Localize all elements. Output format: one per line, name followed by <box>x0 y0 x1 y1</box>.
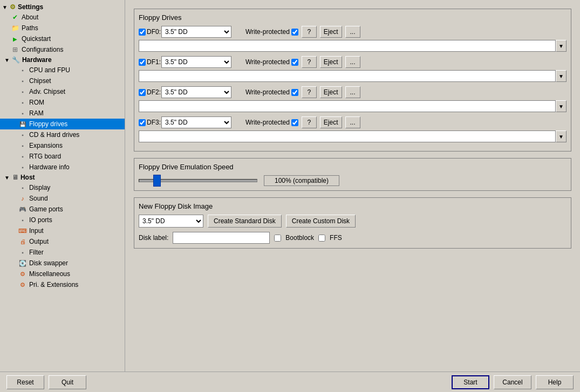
sidebar-item-output[interactable]: 🖨 Output <box>0 236 125 247</box>
df2-question-button[interactable]: ? <box>302 86 317 98</box>
sidebar-item-game-ports[interactable]: 🎮 Game ports <box>0 204 125 215</box>
create-standard-button[interactable]: Create Standard Disk <box>208 215 282 228</box>
sidebar-item-io-ports[interactable]: ▪ IO ports <box>0 215 125 225</box>
sidebar-item-sound[interactable]: ♪ Sound <box>0 193 125 204</box>
df1-eject-button[interactable]: Eject <box>320 56 342 68</box>
df1-write-checkbox[interactable] <box>291 59 298 66</box>
df2-write-label: Write-protected <box>245 88 290 96</box>
sidebar-item-hardware[interactable]: ▼ 🔧 Hardware <box>0 55 125 65</box>
df2-eject-button[interactable]: Eject <box>320 86 342 98</box>
quit-button[interactable]: Quit <box>49 375 86 389</box>
sidebar-item-quickstart[interactable]: ▶ Quickstart <box>0 33 125 44</box>
hardware-info-label: Hardware info <box>29 163 70 171</box>
disk-swapper-icon: 💽 <box>18 259 27 267</box>
df3-type-select[interactable]: 3.5" DD3.5" HD5.25" DDNone <box>161 116 231 128</box>
df2-path-input[interactable] <box>139 100 556 112</box>
df2-checkbox-label: DF2: <box>139 88 158 96</box>
sidebar-item-expansions[interactable]: ▪ Expansions <box>0 140 125 151</box>
sound-icon: ♪ <box>18 194 27 203</box>
quickstart-label: Quickstart <box>22 35 51 43</box>
df2-path-dropdown[interactable]: ▼ <box>556 100 567 112</box>
ffs-checkbox[interactable] <box>318 235 325 242</box>
filter-icon: ▪ <box>18 248 27 257</box>
df2-checkbox[interactable] <box>139 89 146 96</box>
floppy-drives-label: Floppy drives <box>29 120 67 128</box>
reset-button[interactable]: Reset <box>6 375 44 389</box>
sidebar-item-floppy-drives[interactable]: 💾 Floppy drives <box>0 119 125 129</box>
host-icon: 🖥 <box>12 174 18 181</box>
sidebar-item-host[interactable]: ▼ 🖥 Host <box>0 173 125 182</box>
cancel-button[interactable]: Cancel <box>494 375 531 389</box>
disk-image-row2: Disk label: Bootblock FFS <box>139 232 567 244</box>
game-ports-label: Game ports <box>29 205 63 213</box>
floppy-drives-title: Floppy Drives <box>139 13 567 22</box>
sidebar-item-ram[interactable]: ▪ RAM <box>0 108 125 119</box>
output-icon: 🖨 <box>18 237 27 246</box>
df3-checkbox[interactable] <box>139 119 146 126</box>
sidebar-item-rtg-board[interactable]: ▪ RTG board <box>0 151 125 162</box>
sidebar-item-display[interactable]: ▪ Display <box>0 182 125 193</box>
sidebar-item-input[interactable]: ⌨ Input <box>0 225 125 236</box>
df0-label: DF0: <box>147 28 161 36</box>
sound-label: Sound <box>29 195 48 202</box>
pri-icon: ⚙ <box>18 280 27 289</box>
df0-more-button[interactable]: ... <box>345 26 360 38</box>
sidebar-item-pri-extensions[interactable]: ⚙ Pri. & Extensions <box>0 279 125 290</box>
hardware-icon: 🔧 <box>12 56 20 64</box>
df2-type-select[interactable]: 3.5" DD3.5" HD5.25" DDNone <box>161 86 231 98</box>
df3-more-button[interactable]: ... <box>345 116 360 128</box>
create-custom-button[interactable]: Create Custom Disk <box>286 215 356 228</box>
sidebar-item-adv-chipset[interactable]: ▪ Adv. Chipset <box>0 86 125 97</box>
df1-question-button[interactable]: ? <box>302 56 317 68</box>
df3-path-input[interactable] <box>139 130 556 142</box>
df1-type-select[interactable]: 3.5" DD3.5" HD5.25" DDNone <box>161 56 231 68</box>
new-disk-title: New Floppy Disk Image <box>139 202 567 210</box>
host-arrow: ▼ <box>4 175 10 181</box>
disk-image-row1: 3.5" DD 3.5" HD 5.25" DD Create Standard… <box>139 215 567 228</box>
paths-label: Paths <box>22 24 38 32</box>
df0-eject-button[interactable]: Eject <box>320 26 342 38</box>
disk-label-input[interactable] <box>173 232 270 244</box>
df0-path-dropdown[interactable]: ▼ <box>556 40 567 52</box>
configurations-icon: ⊞ <box>11 45 19 54</box>
emulation-speed-slider[interactable] <box>139 179 257 182</box>
sidebar-item-chipset[interactable]: ▪ Chipset <box>0 75 125 86</box>
df0-question-button[interactable]: ? <box>302 26 317 38</box>
sidebar-item-configurations[interactable]: ⊞ Configurations <box>0 44 125 55</box>
sidebar-item-paths[interactable]: 📁 Paths <box>0 23 125 33</box>
df0-type-select[interactable]: 3.5" DD3.5" HD5.25" DDNone <box>161 26 231 38</box>
df1-path-input[interactable] <box>139 70 556 82</box>
help-button[interactable]: Help <box>536 375 574 389</box>
start-button[interactable]: Start <box>452 375 489 389</box>
output-label: Output <box>29 238 49 245</box>
drive-row-df0: DF0: 3.5" DD3.5" HD5.25" DDNone Write-pr… <box>139 26 567 38</box>
df3-write-checkbox[interactable] <box>291 119 298 126</box>
df3-eject-button[interactable]: Eject <box>320 116 342 128</box>
df2-write-checkbox[interactable] <box>291 89 298 96</box>
df0-write-checkbox[interactable] <box>291 29 298 36</box>
sidebar-item-about[interactable]: ✔ About <box>0 12 125 23</box>
cpu-icon: ▪ <box>18 66 27 74</box>
sidebar-item-cpu-fpu[interactable]: ▪ CPU and FPU <box>0 65 125 75</box>
settings-header[interactable]: ▼ ⚙ Settings <box>0 2 125 12</box>
df1-more-button[interactable]: ... <box>345 56 360 68</box>
hardware-arrow: ▼ <box>4 57 10 63</box>
sidebar-item-rom[interactable]: ▪ ROM <box>0 97 125 108</box>
df2-more-button[interactable]: ... <box>345 86 360 98</box>
disk-type-select[interactable]: 3.5" DD 3.5" HD 5.25" DD <box>139 215 203 228</box>
sidebar-item-disk-swapper[interactable]: 💽 Disk swapper <box>0 258 125 269</box>
df3-question-button[interactable]: ? <box>302 116 317 128</box>
sidebar-item-cd-hard[interactable]: ▪ CD & Hard drives <box>0 129 125 140</box>
sidebar-item-miscellaneous[interactable]: ⚙ Miscellaneous <box>0 269 125 279</box>
df1-checkbox[interactable] <box>139 59 146 66</box>
df3-path-dropdown[interactable]: ▼ <box>556 130 567 142</box>
df0-path-input[interactable] <box>139 40 556 52</box>
sidebar-item-hardware-info[interactable]: ▪ Hardware info <box>0 162 125 173</box>
df0-checkbox[interactable] <box>139 29 146 36</box>
bootblock-checkbox[interactable] <box>274 235 281 242</box>
sidebar-item-filter[interactable]: ▪ Filter <box>0 247 125 258</box>
df2-label: DF2: <box>147 88 161 96</box>
df2-write-protected: Write-protected <box>245 88 298 96</box>
main-content: Floppy Drives DF0: 3.5" DD3.5" HD5.25" D… <box>125 0 580 372</box>
df1-path-dropdown[interactable]: ▼ <box>556 70 567 82</box>
